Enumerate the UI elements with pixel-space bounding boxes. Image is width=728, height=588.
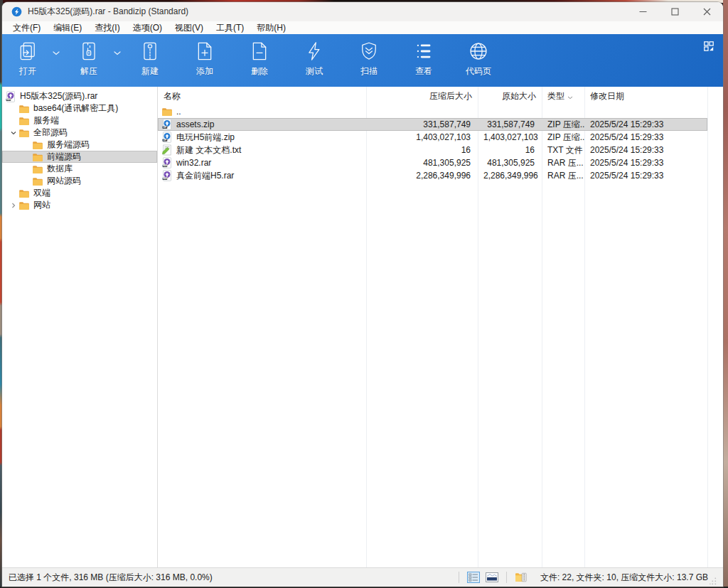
folder-icon xyxy=(18,115,30,127)
file-type: RAR 压... xyxy=(542,170,584,182)
tree-item-数据库[interactable]: 数据库 xyxy=(2,163,157,175)
delete-file-icon xyxy=(248,39,271,63)
folder-icon xyxy=(32,164,43,175)
folder-icon xyxy=(32,139,43,151)
toolbar-button-label: 解压 xyxy=(80,65,97,77)
new-archive-icon xyxy=(139,39,161,63)
column-header-2[interactable]: 压缩后大小 xyxy=(366,90,478,102)
file-name: 真金前端H5.rar xyxy=(176,170,234,182)
list-header: 名称压缩后大小原始大小类型修改日期 xyxy=(158,87,723,105)
column-header-4[interactable]: 类型 xyxy=(542,90,584,102)
toolbar-button-view[interactable]: 查看 xyxy=(402,39,445,77)
toolbar-open-dropdown[interactable] xyxy=(49,39,63,68)
maximize-button[interactable] xyxy=(659,2,691,21)
tree-item-label: H5版本325(源码).rar xyxy=(20,90,97,102)
rar-file-icon: RAR xyxy=(161,157,173,169)
modified-date: 2025/5/24 15:29:33 xyxy=(584,119,707,129)
tree-item-前端源码[interactable]: 前端源码 xyxy=(2,151,157,163)
original-size: 2,286,349,996 xyxy=(478,171,542,181)
file-type: TXT 文件 xyxy=(542,144,584,156)
desktop-backdrop: H5版本325(源码).rar - Bandizip (Standard) 文件… xyxy=(0,0,728,588)
details-view-icon[interactable] xyxy=(466,571,481,584)
tree-item-label: 前端源码 xyxy=(47,151,81,163)
menu-item-6[interactable]: 工具(T) xyxy=(210,21,250,34)
file-row-新建 文本文档.txt[interactable]: 新建 文本文档.txt1616TXT 文件2025/5/24 15:29:33 xyxy=(158,144,723,156)
toolbar-button-label: 代码页 xyxy=(466,65,491,77)
bandizip-logo-icon xyxy=(11,6,22,17)
archive-folder-icon[interactable] xyxy=(513,571,529,584)
view-list-icon xyxy=(412,39,435,63)
chevron-down-icon[interactable] xyxy=(9,130,18,136)
menu-item-4[interactable]: 选项(O) xyxy=(127,21,168,34)
tree-item-root[interactable]: RARH5版本325(源码).rar xyxy=(2,90,157,102)
file-row-电玩H5前端.zip[interactable]: ZIP电玩H5前端.zip1,403,027,1031,403,027,103Z… xyxy=(158,131,723,144)
file-row-assets.zip[interactable]: ZIPassets.zip331,587,749331,587,749ZIP 压… xyxy=(158,118,723,131)
folder-icon xyxy=(18,103,30,114)
tree-item-base64(通讯解密工具)[interactable]: base64(通讯解密工具) xyxy=(2,102,157,114)
toolbar-button-new[interactable]: 新建 xyxy=(129,39,171,77)
tree-item-label: 网站源码 xyxy=(47,175,81,187)
folder-tree: RARH5版本325(源码).rarbase64(通讯解密工具)服务端全部源码服… xyxy=(2,87,157,567)
column-header-1[interactable]: 名称 xyxy=(158,90,366,102)
file-row-真金前端H5.rar[interactable]: RAR真金前端H5.rar2,286,349,9962,286,349,996R… xyxy=(158,169,723,182)
tree-item-服务端[interactable]: 服务端 xyxy=(2,114,157,127)
folder-icon xyxy=(161,106,173,117)
file-type: ZIP 压缩... xyxy=(542,132,584,144)
minimize-button[interactable] xyxy=(627,2,659,21)
tree-item-网站源码[interactable]: 网站源码 xyxy=(2,175,157,187)
toolbar-button-add[interactable]: 添加 xyxy=(183,39,226,77)
list-body: ..ZIPassets.zip331,587,749331,587,749ZIP… xyxy=(158,105,723,182)
title-bar[interactable]: H5版本325(源码).rar - Bandizip (Standard) xyxy=(2,2,723,21)
toolbar-button-label: 删除 xyxy=(251,65,268,77)
status-separator xyxy=(506,572,507,583)
resize-grip[interactable] xyxy=(710,577,717,585)
packed-size: 16 xyxy=(366,145,478,155)
menu-item-1[interactable]: 文件(F) xyxy=(6,21,47,34)
toolbar-button-label: 打开 xyxy=(19,65,36,77)
file-row-win32.rar[interactable]: RARwin32.rar481,305,925481,305,925RAR 压.… xyxy=(158,156,723,169)
menu-item-2[interactable]: 编辑(E) xyxy=(47,21,88,34)
chevron-down-icon xyxy=(114,51,121,55)
close-button[interactable] xyxy=(691,2,723,21)
toolbar-button-label: 查看 xyxy=(415,65,432,77)
tree-item-服务端源码[interactable]: 服务端源码 xyxy=(2,139,157,151)
svg-text:RAR: RAR xyxy=(6,98,11,101)
extract-icon xyxy=(77,39,100,63)
toolbar-button-delete[interactable]: 删除 xyxy=(238,39,281,77)
svg-text:ZIP: ZIP xyxy=(164,126,167,129)
folder-icon xyxy=(32,151,43,163)
folder-icon xyxy=(18,200,30,211)
toolbar-extract-dropdown[interactable] xyxy=(110,39,124,68)
tree-item-label: 双端 xyxy=(33,187,50,199)
file-row-..[interactable]: .. xyxy=(158,105,723,118)
menu-item-3[interactable]: 查找(I) xyxy=(88,21,126,34)
tree-item-label: base64(通讯解密工具) xyxy=(33,102,118,114)
tree-item-网站[interactable]: 网站 xyxy=(2,199,157,211)
toolbar-button-label: 新建 xyxy=(141,65,159,77)
toolbar-button-test[interactable]: 测试 xyxy=(293,39,336,77)
scan-shield-icon xyxy=(358,39,380,63)
tree-item-双端[interactable]: 双端 xyxy=(2,187,157,199)
toolbar-button-open[interactable]: 打开 xyxy=(6,39,49,77)
original-size: 481,305,925 xyxy=(478,158,542,168)
desktop-strip-right xyxy=(723,0,728,588)
menu-bar: 文件(F)编辑(E)查找(I)选项(O)视图(V)工具(T)帮助(H) xyxy=(2,21,723,34)
column-header-5[interactable]: 修改日期 xyxy=(584,90,707,102)
codepage-globe-icon xyxy=(467,39,490,63)
toolbar-button-extract[interactable]: 解压 xyxy=(68,39,110,77)
menu-item-5[interactable]: 视图(V) xyxy=(168,21,210,34)
toolbar-button-codepage[interactable]: 代码页 xyxy=(457,39,500,77)
column-header-3[interactable]: 原始大小 xyxy=(478,90,542,102)
chevron-right-icon[interactable] xyxy=(9,203,18,208)
svg-text:ZIP: ZIP xyxy=(164,139,167,141)
text-file-icon xyxy=(161,144,173,156)
menu-item-7[interactable]: 帮助(H) xyxy=(250,21,292,34)
customize-toolbar-icon[interactable] xyxy=(702,40,715,53)
status-separator xyxy=(459,572,459,583)
file-name: assets.zip xyxy=(176,119,214,129)
modified-date: 2025/5/24 15:29:33 xyxy=(584,158,707,168)
preview-pane-icon[interactable] xyxy=(484,571,500,584)
open-archive-icon xyxy=(16,39,39,63)
toolbar-button-scan[interactable]: 扫描 xyxy=(348,39,390,77)
tree-item-全部源码[interactable]: 全部源码 xyxy=(2,127,157,139)
